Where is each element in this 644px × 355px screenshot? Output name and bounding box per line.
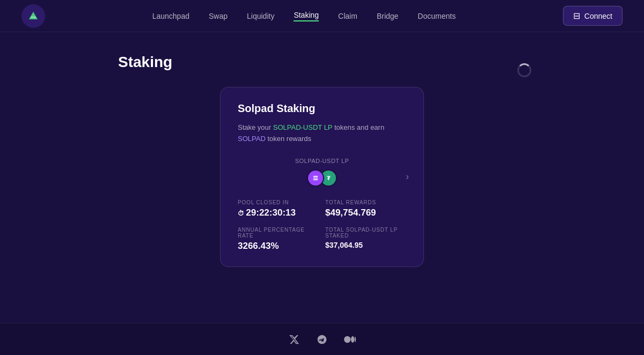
total-rewards-label: TOTAL REWARDS	[325, 199, 406, 205]
card-description: Stake your SOLPAD-USDT LP tokens and ear…	[238, 122, 406, 145]
token-section: SOLPAD-USDT LP ₮	[238, 158, 406, 187]
nav-staking[interactable]: Staking	[294, 11, 319, 21]
page-title: Staking	[118, 54, 172, 71]
token-label: SOLPAD-USDT LP	[295, 158, 349, 164]
total-staked-stat: TOTAL SOLPAD-USDT LP STAKED $37,064.95	[325, 227, 406, 252]
apr-value: 3266.43%	[238, 241, 319, 252]
nav-bridge[interactable]: Bridge	[377, 12, 398, 20]
nav-documents[interactable]: Documents	[418, 12, 456, 20]
total-staked-value: $37,064.95	[325, 241, 406, 249]
twitter-icon[interactable]	[287, 332, 302, 347]
staking-card: Solpad Staking Stake your SOLPAD-USDT LP…	[220, 87, 424, 267]
nav-claim[interactable]: Claim	[338, 12, 357, 20]
total-staked-label: TOTAL SOLPAD-USDT LP STAKED	[325, 227, 406, 239]
loading-spinner	[517, 63, 531, 77]
apr-label: ANNUAL PERCENTAGE RATE	[238, 227, 319, 239]
pool-closed-stat: POOL CLOSED IN ⏱ 29:22:30:13	[238, 199, 319, 218]
card-arrow-button[interactable]: ›	[400, 169, 415, 184]
token-link[interactable]: SOLPAD-USDT LP	[273, 123, 333, 131]
pool-closed-label: POOL CLOSED IN	[238, 199, 319, 205]
nav-links: Launchpad Swap Liquidity Staking Claim B…	[152, 11, 456, 21]
nav-liquidity[interactable]: Liquidity	[247, 12, 274, 20]
pool-closed-value: ⏱ 29:22:30:13	[238, 208, 319, 218]
earn-token-link[interactable]: SOLPAD	[238, 135, 266, 143]
connect-button[interactable]: ⊟ Connect	[563, 6, 623, 26]
nav-swap[interactable]: Swap	[209, 12, 228, 20]
svg-text:₮: ₮	[327, 175, 331, 181]
card-title: Solpad Staking	[238, 102, 406, 115]
telegram-icon[interactable]	[314, 332, 330, 347]
stats-grid: POOL CLOSED IN ⏱ 29:22:30:13 TOTAL REWAR…	[238, 199, 406, 252]
token-icons: ₮	[307, 169, 337, 187]
wallet-icon: ⊟	[573, 11, 580, 21]
total-rewards-stat: TOTAL REWARDS $49,754.769	[325, 199, 406, 218]
clock-icon: ⏱	[238, 210, 246, 217]
medium-icon[interactable]	[342, 332, 357, 347]
main-content: Staking Solpad Staking Stake your SOLPAD…	[0, 32, 644, 323]
total-rewards-value: $49,754.769	[325, 208, 406, 218]
navbar: Launchpad Swap Liquidity Staking Claim B…	[0, 0, 644, 32]
sol-token-icon	[307, 169, 324, 187]
apr-stat: ANNUAL PERCENTAGE RATE 3266.43%	[238, 227, 319, 252]
footer	[0, 323, 644, 355]
nav-launchpad[interactable]: Launchpad	[152, 12, 189, 20]
logo[interactable]	[21, 4, 45, 28]
